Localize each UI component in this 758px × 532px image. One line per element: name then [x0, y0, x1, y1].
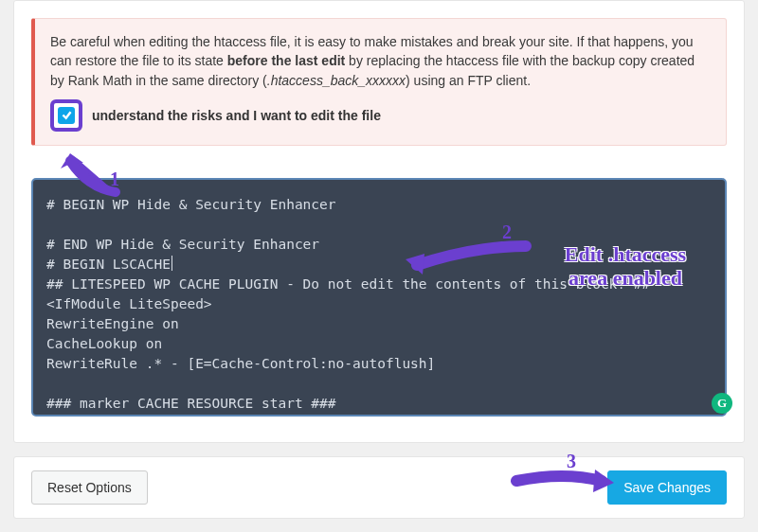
settings-panel: Be careful when editing the htaccess fil… — [13, 0, 745, 443]
consent-row: understand the risks and I want to edit … — [50, 99, 711, 132]
save-changes-button[interactable]: Save Changes — [607, 470, 727, 505]
reset-options-button[interactable]: Reset Options — [31, 470, 148, 505]
htaccess-warning: Be careful when editing the htaccess fil… — [31, 18, 727, 146]
check-icon — [61, 109, 73, 121]
grammarly-icon[interactable]: G — [712, 393, 732, 414]
footer-bar: Reset Options Save Changes — [13, 456, 745, 519]
consent-checkbox-highlight — [50, 99, 82, 132]
htaccess-editor[interactable]: # BEGIN WP Hide & Security Enhancer # EN… — [31, 178, 727, 417]
consent-label: understand the risks and I want to edit … — [92, 106, 381, 125]
consent-checkbox[interactable] — [58, 107, 75, 124]
warning-text: Be careful when editing the htaccess fil… — [50, 32, 711, 90]
